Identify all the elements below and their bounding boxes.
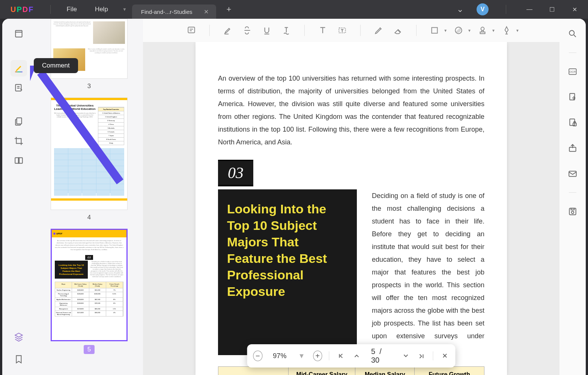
thumbnail-page-5[interactable]: UPDF An overview of the top 100 universi… xyxy=(51,229,128,341)
tab-list-dropdown[interactable]: ▼ xyxy=(117,7,132,12)
pages-icon xyxy=(14,117,24,126)
stamp-tool[interactable]: ▼ xyxy=(474,22,495,39)
svg-point-11 xyxy=(481,27,484,30)
ocr-icon: OCR xyxy=(568,67,577,76)
strikethrough-icon xyxy=(242,26,252,35)
reader-mode-button[interactable] xyxy=(11,26,27,42)
text-tool[interactable] xyxy=(314,22,331,39)
compare-button[interactable] xyxy=(11,152,27,169)
protect-button[interactable] xyxy=(566,116,579,129)
next-page-button[interactable] xyxy=(401,351,411,361)
section-description: Deciding on a field of study is one of t… xyxy=(372,189,484,355)
zoom-out-button[interactable]: − xyxy=(253,351,263,361)
share-icon xyxy=(568,143,577,153)
section-number: 03 xyxy=(218,161,253,185)
tab-title: Find-and-...r-Studies xyxy=(141,9,192,15)
user-avatar[interactable]: V xyxy=(477,3,489,15)
thumbnail-number: 4 xyxy=(47,214,132,221)
eraser-icon xyxy=(393,26,403,35)
lock-file-icon xyxy=(568,118,577,128)
mail-icon xyxy=(568,169,577,178)
document-tab[interactable]: Find-and-...r-Studies ✕ xyxy=(132,4,216,19)
crop-button[interactable] xyxy=(11,133,27,149)
stamp-icon xyxy=(478,26,487,35)
svg-rect-22 xyxy=(571,208,574,210)
sticker-icon xyxy=(454,26,463,35)
intro-paragraph: An overview of the top 100 universities … xyxy=(218,72,484,148)
svg-rect-1 xyxy=(15,72,23,72)
crop-icon xyxy=(14,136,24,146)
svg-rect-0 xyxy=(15,30,22,37)
svg-rect-19 xyxy=(569,171,576,177)
underline-tool[interactable] xyxy=(259,22,275,39)
eraser-tool[interactable] xyxy=(390,22,406,39)
svg-point-21 xyxy=(571,211,574,214)
svg-point-12 xyxy=(569,30,574,35)
thumbnail-number: 5 xyxy=(84,345,95,354)
export-button[interactable] xyxy=(566,90,579,104)
new-tab-button[interactable]: + xyxy=(216,4,242,14)
comment-tooltip: Comment xyxy=(34,58,78,73)
zoom-in-button[interactable]: + xyxy=(313,351,322,361)
edit-mode-button[interactable] xyxy=(11,80,27,96)
zoom-level[interactable]: 97% xyxy=(269,352,290,360)
majors-table: Major Mid-Career Salary (Yearly) Median … xyxy=(218,366,484,375)
email-button[interactable] xyxy=(566,167,579,180)
menu-file[interactable]: File xyxy=(57,6,86,13)
menu-help[interactable]: Help xyxy=(86,6,117,13)
export-icon xyxy=(568,92,577,102)
svg-text:OCR: OCR xyxy=(570,70,576,74)
search-button[interactable] xyxy=(566,27,579,40)
shape-tool[interactable]: ▼ xyxy=(426,22,447,39)
share-button[interactable] xyxy=(566,141,579,155)
svg-rect-7 xyxy=(188,27,195,33)
close-pagecontrol-button[interactable]: ✕ xyxy=(440,351,450,361)
pen-icon xyxy=(502,26,511,35)
zoom-dropdown[interactable]: ▼ xyxy=(297,351,306,361)
comment-mode-button[interactable] xyxy=(11,60,27,76)
textbox-icon xyxy=(337,26,347,35)
maximize-button[interactable]: ☐ xyxy=(546,6,558,13)
annotation-toolbar: ▼ ▼ ▼ ▼ xyxy=(143,19,559,42)
highlighter-icon xyxy=(14,63,24,73)
pencil-tool[interactable] xyxy=(370,22,387,39)
text-icon xyxy=(318,26,328,35)
search-icon xyxy=(568,29,577,39)
app-logo: UPDF xyxy=(0,5,44,14)
sticker-tool[interactable]: ▼ xyxy=(450,22,471,39)
book-icon xyxy=(14,29,24,39)
squiggly-tool[interactable] xyxy=(278,22,295,39)
textbox-tool[interactable] xyxy=(334,22,350,39)
prev-page-button[interactable] xyxy=(352,351,361,361)
last-page-button[interactable] xyxy=(417,351,426,361)
page-indicator[interactable]: 5 / 30 xyxy=(368,347,394,364)
svg-rect-3 xyxy=(17,118,22,124)
thumbnail-page-4[interactable]: The 10 Global Universities Leading the W… xyxy=(51,98,128,210)
edit-icon xyxy=(14,83,24,93)
bookmark-button[interactable] xyxy=(11,351,27,368)
close-button[interactable]: ✕ xyxy=(568,6,580,13)
first-page-button[interactable] xyxy=(336,351,346,361)
save-icon xyxy=(568,207,577,216)
save-button[interactable] xyxy=(566,205,579,218)
strikethrough-tool[interactable] xyxy=(239,22,256,39)
squiggly-icon xyxy=(281,26,291,35)
organize-pages-button[interactable] xyxy=(11,113,27,130)
compare-icon xyxy=(14,156,24,165)
minimize-button[interactable]: — xyxy=(523,6,535,13)
layers-button[interactable] xyxy=(11,328,27,345)
highlight-icon xyxy=(223,26,233,35)
underline-icon xyxy=(262,26,272,35)
document-page: An overview of the top 100 universities … xyxy=(195,42,507,375)
note-icon xyxy=(186,26,196,35)
pencil-icon xyxy=(374,26,383,35)
note-tool[interactable] xyxy=(183,22,200,39)
chevron-down-icon[interactable]: ⌄ xyxy=(454,4,466,14)
highlight-tool[interactable] xyxy=(220,22,236,39)
ocr-button[interactable]: OCR xyxy=(566,65,579,78)
tab-close-icon[interactable]: ✕ xyxy=(204,8,209,15)
page-control-bar: − 97% ▼ + 5 / 30 ✕ xyxy=(247,344,456,368)
bookmark-icon xyxy=(14,354,24,364)
svg-rect-9 xyxy=(432,27,438,33)
signature-tool[interactable]: ▼ xyxy=(498,22,519,39)
